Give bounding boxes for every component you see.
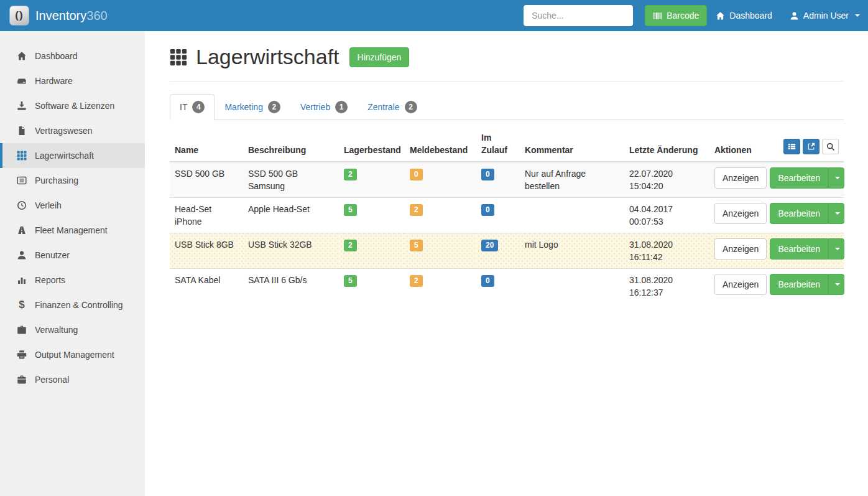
- sidebar-item-personal[interactable]: Personal: [0, 367, 145, 392]
- briefcase-icon: [17, 325, 27, 335]
- sidebar: Dashboard Hardware Software & Lizenzen V…: [0, 31, 145, 496]
- file-icon: [17, 126, 27, 136]
- nav-dashboard-link[interactable]: Dashboard: [707, 0, 781, 31]
- sidebar-item-output-management[interactable]: Output Management: [0, 342, 145, 367]
- cell-modified: 22.07.2020 15:04:20: [624, 162, 709, 198]
- view-button[interactable]: Anzeigen: [714, 203, 767, 224]
- table-search-button[interactable]: [822, 139, 839, 154]
- home-icon: [716, 11, 725, 21]
- grid-icon: [17, 151, 27, 161]
- tab-label: Marketing: [224, 102, 262, 112]
- sidebar-item-dashboard[interactable]: Dashboard: [0, 44, 145, 68]
- sidebar-item-finanzen[interactable]: $ Finanzen & Controlling: [0, 292, 145, 317]
- inbound-badge: 0: [481, 204, 494, 216]
- export-icon: [807, 143, 815, 151]
- tab-label: Zentrale: [367, 102, 399, 112]
- modified-date: 04.04.2017: [629, 203, 704, 215]
- home-icon: [17, 51, 27, 61]
- col-header-beschreibung: Beschreibung: [243, 126, 339, 162]
- barcode-button[interactable]: Barcode: [645, 5, 707, 26]
- modified-time: 15:04:20: [629, 180, 704, 192]
- edit-button[interactable]: Bearbeiten: [770, 238, 828, 260]
- search-input[interactable]: [524, 5, 633, 26]
- stock-badge: 2: [344, 169, 357, 180]
- modified-date: 31.08.2020: [629, 238, 704, 251]
- col-header-letzte-aenderung: Letzte Änderung: [624, 126, 709, 162]
- view-button[interactable]: Anzeigen: [714, 238, 767, 260]
- edit-button[interactable]: Bearbeiten: [770, 274, 828, 295]
- add-button[interactable]: Hinzufügen: [349, 47, 410, 67]
- table-tools-cell: [778, 126, 844, 162]
- caret-down-icon: [835, 177, 840, 179]
- cell-inbound: 0: [476, 269, 520, 304]
- list-view-button[interactable]: [783, 139, 800, 154]
- cell-modified: 31.08.2020 16:11:42: [624, 233, 709, 269]
- clock-icon: [17, 200, 27, 210]
- cell-actions: AnzeigenBearbeiten: [709, 233, 844, 269]
- header-divider: [170, 81, 844, 82]
- reorder-badge: 5: [410, 240, 423, 251]
- stock-badge: 2: [344, 240, 357, 251]
- table-row: USB Stick 8GB USB Stick 32GB 2 5 20 mit …: [170, 233, 844, 269]
- cell-stock: 5: [339, 269, 405, 304]
- sidebar-item-label: Benutzer: [35, 250, 70, 260]
- reorder-badge: 2: [410, 204, 423, 216]
- col-header-kommentar: Kommentar: [520, 126, 624, 162]
- edit-button[interactable]: Bearbeiten: [770, 203, 828, 224]
- stock-badge: 5: [344, 204, 357, 216]
- cell-description: SSD 500 GB Samsung: [243, 162, 339, 198]
- dollar-icon: $: [17, 300, 27, 310]
- sidebar-item-benutzer[interactable]: Benutzer: [0, 243, 145, 268]
- user-menu[interactable]: Admin User: [781, 0, 861, 31]
- sidebar-item-fleet-management[interactable]: Fleet Management: [0, 218, 145, 243]
- tab-marketing[interactable]: Marketing 2: [215, 94, 290, 120]
- sidebar-item-vertragswesen[interactable]: Vertragswesen: [0, 118, 145, 143]
- modified-time: 16:12:37: [629, 286, 704, 299]
- cell-stock: 2: [339, 162, 405, 198]
- edit-button[interactable]: Bearbeiten: [770, 167, 828, 189]
- sidebar-item-label: Personal: [35, 375, 69, 385]
- list-view-icon: [788, 143, 796, 151]
- brand[interactable]: () Inventory360: [9, 6, 108, 26]
- main-content: Lagerwirtschaft Hinzufügen IT 4 Marketin…: [145, 31, 868, 496]
- view-button[interactable]: Anzeigen: [714, 274, 767, 295]
- edit-dropdown-toggle[interactable]: [828, 167, 844, 189]
- cell-actions: AnzeigenBearbeiten: [709, 162, 844, 198]
- sidebar-item-lagerwirtschaft[interactable]: Lagerwirtschaft: [0, 143, 145, 168]
- sidebar-item-verwaltung[interactable]: Verwaltung: [0, 317, 145, 342]
- user-icon: [17, 250, 27, 260]
- tab-vertrieb[interactable]: Vertrieb 1: [290, 94, 358, 120]
- brand-logo-icon: (): [9, 6, 29, 26]
- table-row: Head-Set iPhone Apple Head-Set 5 2 0 04.…: [170, 198, 844, 233]
- sidebar-item-verleih[interactable]: Verleih: [0, 193, 145, 218]
- sidebar-item-reports[interactable]: Reports: [0, 268, 145, 292]
- cell-comment: Nur auf Anfrage bestellen: [520, 162, 624, 198]
- tab-zentrale[interactable]: Zentrale 2: [358, 94, 427, 120]
- cell-reorder: 5: [405, 233, 476, 269]
- cell-name: Head-Set iPhone: [170, 198, 243, 233]
- sidebar-item-hardware[interactable]: Hardware: [0, 68, 145, 93]
- page-title: Lagerwirtschaft: [196, 45, 339, 69]
- table-header-row: Name Beschreibung Lagerbestand Meldebest…: [170, 126, 844, 162]
- cell-name: SATA Kabel: [170, 269, 243, 304]
- user-icon: [790, 11, 799, 21]
- user-menu-label: Admin User: [803, 11, 849, 21]
- view-button[interactable]: Anzeigen: [714, 167, 767, 189]
- export-button[interactable]: [803, 139, 820, 154]
- col-header-lagerbestand: Lagerbestand: [339, 126, 405, 162]
- sidebar-item-label: Dashboard: [35, 51, 78, 61]
- edit-dropdown-toggle[interactable]: [828, 203, 844, 224]
- cell-actions: AnzeigenBearbeiten: [709, 269, 844, 304]
- edit-dropdown-toggle[interactable]: [828, 238, 844, 260]
- sidebar-item-purchasing[interactable]: Purchasing: [0, 168, 145, 193]
- sidebar-item-label: Output Management: [35, 350, 114, 360]
- edit-dropdown-toggle[interactable]: [828, 274, 844, 295]
- table-row: SATA Kabel SATA III 6 Gb/s 5 2 0 31.08.2…: [170, 269, 844, 304]
- sidebar-item-label: Verleih: [35, 200, 62, 210]
- tab-count-badge: 2: [405, 101, 417, 113]
- sidebar-item-software[interactable]: Software & Lizenzen: [0, 93, 145, 118]
- tab-it[interactable]: IT 4: [170, 94, 215, 120]
- inbound-badge: 0: [481, 275, 494, 287]
- suitcase-icon: [17, 375, 27, 385]
- sidebar-item-label: Reports: [35, 275, 65, 285]
